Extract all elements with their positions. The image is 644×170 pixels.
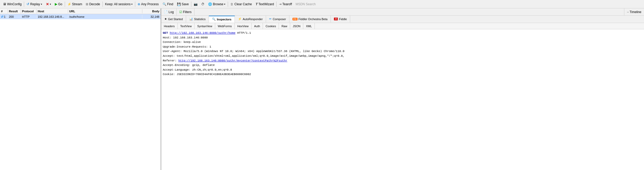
camera-icon: 📷	[194, 2, 198, 6]
tab-composer[interactable]: ✏ Composer	[266, 16, 289, 23]
sep5	[191, 2, 191, 7]
browse-button[interactable]: 🌐 Browse ▾	[206, 1, 227, 8]
save-label: Save	[182, 2, 189, 6]
tab-inspectors[interactable]: 🔍 Inspectors	[209, 16, 235, 23]
subtab-webforms[interactable]: WebForms	[215, 23, 235, 29]
header-referer: Referer: http://192.168.163.146:8080/sut…	[163, 59, 642, 63]
remove-button[interactable]: ✕ ▾	[44, 1, 53, 8]
autoresponder-icon: ⚡	[238, 17, 242, 21]
target-icon: ⊕	[138, 2, 140, 6]
col-header-url: URL	[68, 9, 142, 13]
col-header-host: Host	[37, 9, 68, 13]
header-accept-encoding: Accept-Encoding: gzip, deflate	[163, 63, 642, 68]
header-accept-language: Accept-Language: zh-CN,zh;q=0.9,en;q=0.8	[163, 68, 642, 72]
subtab-headers[interactable]: Headers	[161, 23, 178, 29]
screenshot-button[interactable]: 📷	[192, 1, 199, 8]
keep-sessions-button[interactable]: Keep: All sessions ▾	[103, 1, 134, 8]
fo-badge-icon: FO	[293, 18, 297, 20]
remove-dropdown-icon[interactable]: ▾	[50, 3, 51, 5]
row-url: /suthr/home	[68, 15, 142, 19]
statistics-icon: 📊	[189, 17, 193, 21]
timeline-button[interactable]: ⏤ Timeline	[624, 8, 644, 15]
sep7	[276, 2, 277, 7]
header-upgrade-insecure: Upgrade-Insecure-Requests: 1	[163, 45, 642, 49]
msdn-search-button[interactable]: MSDN Search	[294, 1, 318, 8]
subtab-auth[interactable]: Auth	[252, 23, 263, 29]
subtab-syntaxview[interactable]: SyntaxView	[194, 23, 215, 29]
subtab-textview[interactable]: TextView	[178, 23, 195, 29]
table-row[interactable]: ⇄ 1 200 HTTP 192.168.163.146:8... /suthr…	[0, 14, 161, 19]
row-arrows-icon: ⇄	[1, 15, 3, 18]
subtab-hexview[interactable]: HexView	[235, 23, 251, 29]
request-url-link[interactable]: http://192.168.163.146:8080/suthr/home	[170, 31, 235, 35]
sep6	[228, 2, 228, 7]
remove-icon: ✕	[46, 2, 49, 6]
tab-autoresponder[interactable]: ⚡ AutoResponder	[235, 16, 266, 23]
sep2	[65, 2, 65, 7]
filters-button[interactable]: ☑ Filters	[177, 8, 194, 15]
header-host: Host: 192.168.163.146:8080	[163, 36, 642, 40]
sep3	[102, 2, 103, 7]
text-wizard-icon: T	[256, 2, 258, 6]
filters-label: Filters	[183, 10, 192, 14]
any-process-label: Any Process	[141, 2, 159, 6]
decode-icon: ⊞	[86, 2, 88, 6]
main-tab-bar: ★ Get Started 📊 Statistics 🔍 Inspectors …	[161, 16, 644, 23]
row-result: 200	[8, 15, 21, 19]
replay-icon: ↺	[26, 2, 29, 6]
filter-icon: ☑	[179, 10, 182, 14]
header-user-agent: User-Agent: Mozilla/5.0 (Windows NT 10.0…	[163, 49, 642, 54]
http-method: GET	[163, 31, 168, 35]
browse-dropdown-icon: ▾	[224, 3, 225, 5]
tearoff-label: Tearoff	[282, 2, 292, 6]
subtab-xml[interactable]: XML	[303, 23, 315, 29]
save-button[interactable]: 💾 Save	[175, 1, 191, 8]
tab-fiddler-orchestra[interactable]: FO Fiddler Orchestra Beta	[289, 16, 331, 23]
subtab-cookies[interactable]: Cookies	[263, 23, 279, 29]
sessions-list[interactable]: ⇄ 1 200 HTTP 192.168.163.146:8... /suthr…	[0, 14, 161, 170]
sessions-list-header: # Result Protocol Host URL Body	[0, 8, 161, 14]
composer-icon: ✏	[269, 17, 272, 21]
col-header-result: Result	[8, 9, 21, 13]
text-wizard-button[interactable]: T TextWizard	[254, 1, 276, 8]
tearoff-icon: ⇥	[279, 2, 282, 6]
keep-dropdown-icon: ▾	[131, 3, 133, 5]
header-cookie: Cookie: JSESSIONID=708CD4AF0C41B6EA3B3EA…	[163, 72, 642, 77]
tearoff-button[interactable]: ⇥ Tearoff	[277, 1, 294, 8]
col-header-body: Body	[142, 9, 161, 13]
log-icon: 📄	[164, 10, 168, 14]
sep1	[24, 2, 24, 7]
go-label: Go	[58, 2, 62, 6]
find-label: Find	[167, 2, 173, 6]
stream-icon: ⚡	[67, 2, 71, 6]
timeline-icon: ⏤	[627, 10, 629, 14]
inspector-panel: 📄 Log ☑ Filters ⏤ Timeline ★ Get Started…	[161, 8, 644, 170]
stream-button[interactable]: ⚡ Stream	[66, 1, 84, 8]
go-button[interactable]: ▶ Go	[53, 1, 64, 8]
clear-cache-button[interactable]: 🗑 Clear Cache	[229, 1, 254, 8]
any-process-button[interactable]: ⊕ Any Process	[136, 1, 160, 8]
tab-statistics[interactable]: 📊 Statistics	[186, 16, 209, 23]
tab-get-started[interactable]: ★ Get Started	[161, 16, 186, 23]
find-button[interactable]: 🔍 Find	[161, 1, 175, 8]
referer-url-link[interactable]: http://192.168.163.146:8080/suthr/mycent…	[178, 59, 287, 62]
header-accept: Accept: text/html,application/xhtml+xml,…	[163, 54, 642, 59]
sessions-panel: # Result Protocol Host URL Body ⇄ 1 200 …	[0, 8, 161, 170]
winconfig-button[interactable]: 🖥 WinConfig	[1, 1, 23, 8]
tab-fiddle[interactable]: 35 Fiddle	[331, 16, 350, 23]
decode-button[interactable]: ⊞ Decode	[84, 1, 102, 8]
sep4	[135, 2, 135, 7]
log-button[interactable]: 📄 Log	[161, 8, 177, 15]
request-line-get: GET http://192.168.163.146:8080/suthr/ho…	[163, 31, 642, 36]
replay-button[interactable]: ↺ Replay ▾	[25, 1, 44, 8]
stream-label: Stream	[72, 2, 82, 6]
timer-button[interactable]: ⏱	[199, 1, 206, 8]
replay-dropdown-icon[interactable]: ▾	[41, 3, 42, 5]
header-connection: Connection: keep-alive	[163, 40, 642, 45]
decode-label: Decode	[89, 2, 100, 6]
replay-label: Replay	[30, 2, 40, 6]
get-started-icon: ★	[164, 17, 167, 21]
subtab-json[interactable]: JSON	[290, 23, 303, 29]
text-wizard-label: TextWizard	[258, 2, 274, 6]
subtab-raw[interactable]: Raw	[279, 23, 290, 29]
